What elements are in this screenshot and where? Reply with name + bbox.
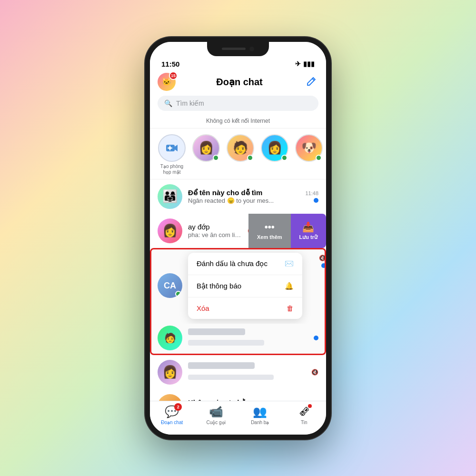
chat-3b-avatar: 🧑 [158, 326, 182, 350]
chat-item-4[interactable]: 👩 🔇 [150, 355, 326, 389]
news-icon: 🗞 [298, 405, 310, 418]
chat-3b-preview [188, 339, 308, 347]
notification-badge: 15 [169, 71, 178, 80]
chat-2-name: ay đớp [188, 223, 242, 231]
search-icon: 🔍 [164, 99, 172, 107]
chat-2-content: ay đớp pha: ve ăn com linh · 11:48 [188, 223, 242, 238]
chat-1-avatar: 👨‍👩‍👧 [158, 184, 182, 209]
news-nav-label: Tin [301, 420, 307, 425]
mark-unread-icon: ✉️ [285, 259, 294, 268]
chat-item-1[interactable]: 👨‍👩‍👧 Để tên này cho dễ tìm Ngân reacted… [150, 179, 326, 214]
story-2-online [247, 155, 253, 161]
chat-3-content: Đánh dấu là chưa đọc ✉️ Bật thông báo 🔔 … [188, 253, 313, 319]
story-1-wrap: 👩 [192, 134, 220, 162]
chat-2-preview: pha: ve ăn com linh · 11:48 [188, 231, 242, 238]
chat-item-3-container: CA Đánh dấu là chưa đọc ✉️ Bật thông báo [150, 248, 326, 355]
story-3-wrap: 👩 [261, 134, 288, 162]
chat-1-preview: Ngân reacted 😠 to your mes... [188, 197, 293, 204]
story-4[interactable]: 🐶 [295, 134, 323, 175]
new-room-avatar-wrap [158, 134, 186, 162]
bottom-nav: 💬 2 Đoạn chat 📹 Cuộc gọi 👥 Danh bạ 🗞 Tin [150, 401, 326, 435]
nav-contacts[interactable]: 👥 Danh bạ [246, 405, 274, 425]
chat-3-online [175, 291, 181, 297]
search-bar[interactable]: 🔍 Tìm kiếm [158, 96, 318, 111]
chat-4-name-blur [188, 362, 255, 369]
bell-icon: 🔔 [285, 282, 294, 290]
chat-3b-right [314, 336, 318, 340]
contacts-nav-label: Danh bạ [251, 420, 269, 425]
chat-3-unread [321, 263, 326, 268]
chat-4-mute: 🔇 [311, 369, 318, 376]
notch [207, 42, 269, 56]
contacts-icon: 👥 [253, 405, 267, 418]
story-3-online [281, 155, 288, 161]
header: 🐱 15 Đoạn chat [150, 71, 326, 96]
chat-5-content: Không ai cute bằng 🔥 · 10:58 [188, 398, 313, 401]
archive-icon: 📥 [302, 221, 314, 233]
more-dots-icon: ••• [265, 222, 275, 233]
story-2[interactable]: 🧑 [226, 134, 255, 175]
compose-button[interactable] [303, 74, 318, 89]
notifications-label: Bật thông báo [197, 282, 241, 290]
notifications-item[interactable]: Bật thông báo 🔔 [188, 275, 302, 298]
no-internet-banner: Không có kết nối Internet [150, 116, 326, 129]
header-avatar-wrap[interactable]: 🐱 15 [158, 73, 176, 91]
status-time: 11:50 [161, 60, 179, 68]
news-dot [308, 404, 312, 408]
mark-unread-item[interactable]: Đánh dấu là chưa đọc ✉️ [188, 253, 302, 275]
calls-nav-label: Cuộc gọi [207, 420, 226, 425]
chat-5-avatar: 🛍️ 39 phút [158, 394, 182, 401]
chat-3-avatar: CA [158, 273, 182, 298]
notch-speaker [222, 48, 246, 50]
chat-3b-content [188, 328, 308, 347]
chat-1-content: Để tên này cho dễ tìm Ngân reacted 😠 to … [188, 188, 299, 204]
story-4-wrap: 🐶 [295, 134, 323, 162]
chat-1-unread [314, 198, 318, 203]
nav-news[interactable]: 🗞 Tin [290, 405, 318, 425]
chat-2-avatar: 👩 [158, 218, 182, 243]
chat-item-5[interactable]: 🛍️ 39 phút Không ai cute bằng 🔥 · 10:58 [150, 389, 326, 401]
chats-nav-label: Đoạn chat [161, 420, 183, 425]
chat-1-time: 11:48 [305, 190, 318, 196]
story-4-online [316, 155, 322, 161]
story-1-online [213, 155, 219, 161]
nav-calls[interactable]: 📹 Cuộc gọi [202, 405, 230, 425]
phone-frame: 11:50 ✈ ▮▮▮ 🐱 15 Đoạn chat 🔍 Tìm k [145, 37, 331, 439]
swipe-actions: ••• Xem thêm 📥 Lưu trữ [248, 214, 326, 248]
context-menu: Đánh dấu là chưa đọc ✉️ Bật thông báo 🔔 … [188, 253, 302, 319]
header-title: Đoạn chat [216, 76, 263, 88]
status-icons: ✈ ▮▮▮ [295, 60, 315, 68]
chat-list: 👨‍👩‍👧 Để tên này cho dễ tìm Ngân reacted… [150, 179, 326, 401]
chat-1-right: 11:48 [305, 190, 318, 203]
swipe-archive-button[interactable]: 📥 Lưu trữ [291, 214, 326, 248]
notch-camera [249, 47, 254, 51]
chat-item-3[interactable]: CA Đánh dấu là chưa đọc ✉️ Bật thông báo [150, 248, 326, 324]
story-3[interactable]: 👩 [260, 134, 289, 175]
swipe-more-label: Xem thêm [257, 234, 282, 240]
delete-item[interactable]: Xóa 🗑 [188, 298, 302, 319]
chats-icon: 💬 2 [165, 405, 179, 418]
airplane-icon: ✈ [295, 60, 301, 68]
chat-item-2-container: 👩 ay đớp pha: ve ăn com linh · 11:48 🔇 •… [150, 214, 326, 248]
delete-label: Xóa [197, 304, 209, 312]
swipe-more-button[interactable]: ••• Xem thêm [248, 214, 291, 248]
calls-icon: 📹 [209, 405, 223, 418]
nav-chats[interactable]: 💬 2 Đoạn chat [158, 405, 186, 425]
search-placeholder: Tìm kiếm [176, 99, 204, 107]
chat-item-3b[interactable]: 🧑 [150, 324, 326, 355]
battery-icon: ▮▮▮ [303, 60, 315, 68]
swipe-archive-label: Lưu trữ [299, 234, 317, 240]
chat-3b-name-blur [188, 328, 245, 335]
chat-4-preview [188, 373, 306, 382]
story-2-wrap: 🧑 [227, 134, 254, 162]
mark-unread-label: Đánh dấu là chưa đọc [197, 259, 268, 268]
story-1[interactable]: 👩 [192, 134, 220, 175]
new-room-avatar [158, 134, 186, 162]
chat-4-right: 🔇 [311, 369, 318, 376]
stories-row: Tạo phònghọp mặt 👩 🧑 [150, 129, 326, 179]
chat-3-right: 🔇 [319, 253, 326, 268]
story-new-room[interactable]: Tạo phònghọp mặt [158, 134, 186, 175]
chat-5-name: Không ai cute bằng [188, 398, 313, 401]
chat-4-content [188, 362, 306, 382]
screen: 11:50 ✈ ▮▮▮ 🐱 15 Đoạn chat 🔍 Tìm k [150, 42, 326, 435]
